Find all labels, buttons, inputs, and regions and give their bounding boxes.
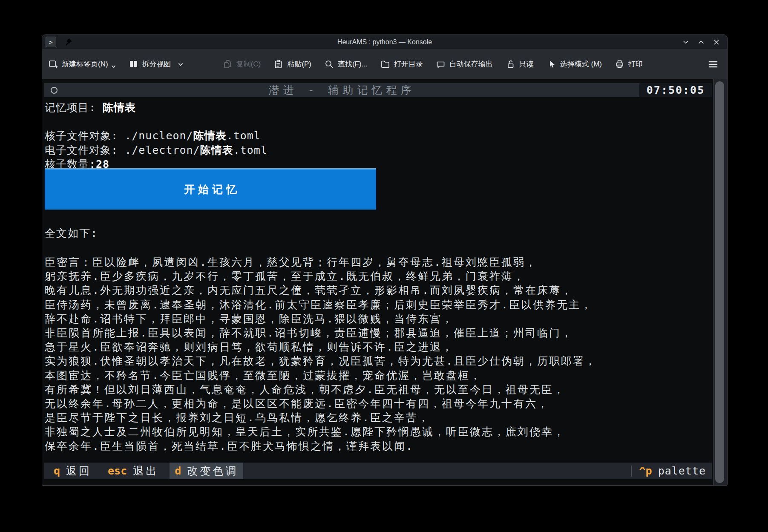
toolbar-label: 复制(C) <box>236 59 261 69</box>
fulltext-line: 实为狼狈.伏惟圣朝以孝治天下，凡在故老，犹蒙矜育，况臣孤苦，特为尤甚.且臣少仕伪… <box>45 354 597 368</box>
footer-palette[interactable]: ^p palette <box>639 465 712 477</box>
close-icon <box>713 38 720 46</box>
tui-footer: q 返回 esc 退出 d 改变色调 ^p palette <box>44 463 712 479</box>
memory-info: 记忆项目: 陈情表 核子文件对象: ./nucleon/陈情表.toml 电子文… <box>45 101 268 171</box>
fulltext-line: 臣侍汤药，未曾废离.逮奉圣朝，沐浴清化.前太守臣逵察臣孝廉；后刺史臣荣举臣秀才.… <box>45 298 597 312</box>
chevron-up-icon <box>697 38 705 46</box>
info-value: 陈情表 <box>200 144 233 156</box>
toolbar-open-directory[interactable]: 打开目录 <box>380 59 423 69</box>
fulltext-line: 有所希冀！但以刘日薄西山，气息奄奄，人命危浅，朝不虑夕.臣无祖母，无以至今日，祖… <box>45 382 597 397</box>
toolbar-read-only[interactable]: 只读 <box>506 59 534 69</box>
window-title: HeurAMS : python3 — Konsole <box>42 38 727 46</box>
minimize-button[interactable] <box>681 37 690 47</box>
fulltext-line: 本图宦达，不矜名节.今臣亡国贱俘，至微至陋，过蒙拔擢，宠命优渥，岂敢盘桓， <box>45 368 597 382</box>
scrollbar-thumb[interactable] <box>715 81 724 483</box>
toolbar-split-view[interactable]: 拆分视图 <box>129 59 184 69</box>
toolbar-label: 选择模式 (M) <box>560 59 602 69</box>
new-tab-icon <box>48 59 58 69</box>
tui-title: 潜进 - 辅助记忆程序 <box>44 83 639 97</box>
toolbar-paste[interactable]: 粘贴(P) <box>273 59 311 69</box>
chevron-down-icon <box>178 61 184 67</box>
konsole-window: > HeurAMS : python3 — Konsole 新建标签页(N) <box>42 35 728 486</box>
cursor-icon <box>547 59 556 69</box>
search-icon <box>324 59 334 69</box>
footer-binding-change-theme[interactable]: d 改变色调 <box>170 463 243 479</box>
maximize-button[interactable] <box>696 37 706 47</box>
toolbar-new-tab[interactable]: 新建标签页(N) <box>48 59 116 69</box>
toolbar-label: 粘贴(P) <box>287 59 311 69</box>
printer-icon <box>615 59 624 69</box>
key-badge: q <box>54 465 60 477</box>
unlock-icon <box>506 59 515 69</box>
fulltext-line: 晚有儿息.外无期功强近之亲，内无应门五尺之僮，茕茕孑立，形影相吊.而刘夙婴疾病，… <box>45 283 597 297</box>
hamburger-icon <box>708 59 719 70</box>
output-bubble-icon <box>436 59 446 69</box>
key-badge: d <box>175 465 181 477</box>
fulltext-line: 无以终余年.母孙二人，更相为命，是以区区不能废远.臣密今年四十有四，祖母今年九十… <box>45 397 597 411</box>
key-badge: esc <box>108 465 127 477</box>
split-view-icon <box>129 59 138 69</box>
key-badge: ^p <box>639 465 652 477</box>
fulltext-line: 非臣陨首所能上报.臣具以表闻，辞不就职.诏书切峻，责臣逋慢；郡县逼迫，催臣上道；… <box>45 326 597 340</box>
electron-file-line: 电子文件对象: ./electron/陈情表.toml <box>45 143 268 157</box>
toolbar-label: 打印 <box>628 59 643 69</box>
fulltext-line: 保卒余年.臣生当陨首，死当结草.臣不胜犬马怖惧之情，谨拜表以闻. <box>45 439 597 453</box>
nucleon-file-line: 核子文件对象: ./nucleon/陈情表.toml <box>45 129 268 143</box>
toolbar-copy[interactable]: 复制(C) <box>223 59 261 69</box>
toolbar-select-mode[interactable]: 选择模式 (M) <box>547 59 602 69</box>
toolbar-print[interactable]: 打印 <box>615 59 643 69</box>
tui-clock: 07:50:05 <box>639 83 712 97</box>
info-value: 陈情表 <box>103 101 136 114</box>
memory-item-line: 记忆项目: 陈情表 <box>45 101 268 115</box>
toolbar-label: 查找(F)... <box>338 59 368 69</box>
toolbar-label: 自动保存输出 <box>449 59 493 69</box>
fulltext-line: 非独蜀之人士及二州牧伯所见明知，皇天后土，实所共鉴.愿陛下矜悯愚诚，听臣微志，庶… <box>45 425 597 439</box>
fulltext-line: 臣密言：臣以险衅，夙遭闵凶.生孩六月，慈父见背；行年四岁，舅夺母志.祖母刘愍臣孤… <box>45 255 597 269</box>
footer-separator <box>631 466 632 477</box>
fulltext-line: 是臣尽节于陛下之日长，报养刘之日短.乌鸟私情，愿乞终养.臣之辛苦， <box>45 411 597 425</box>
copy-icon <box>223 59 233 69</box>
toolbar-autosave-output[interactable]: 自动保存输出 <box>436 59 493 69</box>
scrollbar[interactable] <box>713 79 727 485</box>
toolbar-find[interactable]: 查找(F)... <box>324 59 368 69</box>
footer-binding-back[interactable]: q 返回 <box>49 463 97 479</box>
fulltext-line: 急于星火.臣欲奉诏奔驰，则刘病日笃，欲苟顺私情，则告诉不许.臣之进退， <box>45 340 597 354</box>
terminal-view[interactable]: 潜进 - 辅助记忆程序 07:50:05 记忆项目: 陈情表 核子文件对象: .… <box>42 79 727 485</box>
tui-header: 潜进 - 辅助记忆程序 07:50:05 <box>44 83 712 97</box>
titlebar: > HeurAMS : python3 — Konsole <box>42 35 727 49</box>
fulltext-label: 全文如下: <box>45 226 98 240</box>
info-value: 陈情表 <box>193 129 227 142</box>
toolbar-label: 新建标签页(N) <box>62 59 108 69</box>
toolbar-label: 拆分视图 <box>142 59 171 69</box>
fulltext-line: 辞不赴命.诏书特下，拜臣郎中，寻蒙国恩，除臣洗马.猥以微贱，当侍东宫， <box>45 312 597 326</box>
close-button[interactable] <box>712 37 721 47</box>
info-label: 核子文件对象: ./nucleon/ <box>45 129 193 142</box>
footer-binding-quit[interactable]: esc 退出 <box>103 463 164 479</box>
info-label: 记忆项目: <box>45 101 103 114</box>
menu-button[interactable] <box>708 59 719 70</box>
start-memorize-button[interactable]: 开始记忆 <box>45 168 376 210</box>
paste-icon <box>273 59 283 69</box>
folder-icon <box>380 59 390 69</box>
info-label: 电子文件对象: ./electron/ <box>45 144 200 156</box>
toolbar-label: 打开目录 <box>394 59 423 69</box>
chevron-down-icon <box>111 64 116 69</box>
fulltext-line: 躬亲抚养.臣少多疾病，九岁不行，零丁孤苦，至于成立.既无伯叔，终鲜兄弟，门衰祚薄… <box>45 269 597 283</box>
fulltext-paragraph: 臣密言：臣以险衅，夙遭闵凶.生孩六月，慈父见背；行年四岁，舅夺母志.祖母刘愍臣孤… <box>45 255 597 453</box>
chevron-down-icon <box>682 38 690 46</box>
toolbar: 新建标签页(N) 拆分视图 复制(C) 粘贴(P) 查找(F)... 打开目录 … <box>42 49 727 79</box>
toolbar-label: 只读 <box>519 59 534 69</box>
